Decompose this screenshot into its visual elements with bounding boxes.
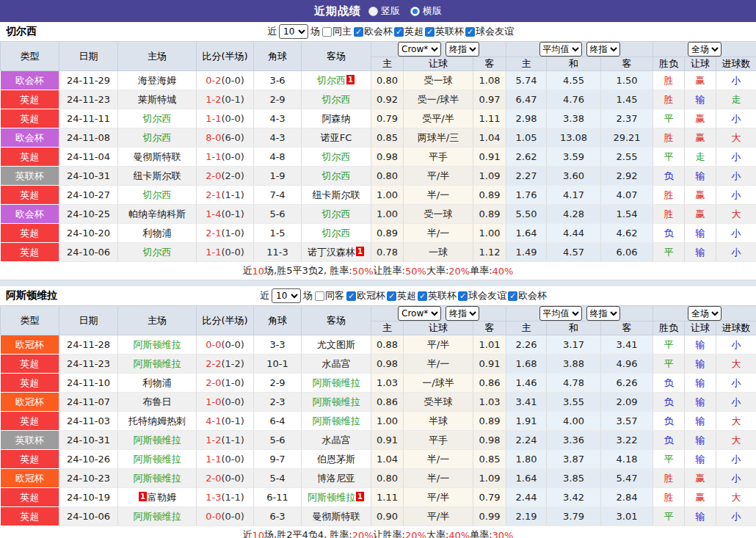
match-row: 英超24-11-23阿斯顿维拉2-2(1-2)10-1水晶宫0.98半/一0.9… xyxy=(1,355,756,374)
away-team-name: 阿斯顿维拉 xyxy=(313,396,360,407)
league-filter[interactable]: 球会友谊 xyxy=(458,289,506,302)
avg-away: 4.62 xyxy=(601,224,653,243)
half-time-score: (2-0) xyxy=(221,170,244,181)
odds-home: 0.78 xyxy=(371,243,404,262)
average-final-select[interactable]: 终指 xyxy=(586,42,620,57)
avg-draw: 13.08 xyxy=(547,128,601,148)
home-team: 利物浦 xyxy=(118,374,197,393)
corner-score: 2-9 xyxy=(254,374,302,393)
home-team-name: 帕纳辛纳科斯 xyxy=(128,208,186,219)
away-team: 水晶宫 xyxy=(302,431,371,450)
same-venue-filter[interactable]: 同客 xyxy=(315,289,344,302)
result-wdl: 平 xyxy=(653,355,685,374)
checkbox-checked-icon[interactable] xyxy=(418,291,427,301)
result-goals: 走 xyxy=(716,90,756,109)
recent-count-select[interactable]: 10 xyxy=(279,24,308,39)
full-time-score: 0-0 xyxy=(206,511,221,522)
col-odds-away: 客 xyxy=(473,57,506,71)
bookmaker-select[interactable]: Crow* xyxy=(398,42,441,57)
checkbox-checked-icon[interactable] xyxy=(354,27,363,37)
checkbox-checked-icon[interactable] xyxy=(387,291,396,301)
checkbox-unchecked-icon[interactable] xyxy=(315,291,324,301)
checkbox-checked-icon[interactable] xyxy=(346,291,356,301)
odds-home: 1.04 xyxy=(371,450,404,469)
odds-away: 0.89 xyxy=(473,186,506,205)
checkbox-checked-icon[interactable] xyxy=(465,27,475,37)
avg-draw: 3.85 xyxy=(547,469,601,488)
odds-away: 0.91 xyxy=(473,148,506,167)
league-filter[interactable]: 英超 xyxy=(394,25,424,38)
average-select[interactable]: 平均值 xyxy=(539,42,582,57)
half-time-score: (0-0) xyxy=(221,247,244,258)
full-time-score: 1-3 xyxy=(206,492,221,503)
league-filter-label: 欧会杯 xyxy=(518,289,547,302)
league-filter-label: 球会友谊 xyxy=(476,25,514,38)
odds-away: 1.12 xyxy=(473,243,506,262)
score: 2-0(2-0) xyxy=(197,167,254,186)
odds-away: 1.09 xyxy=(473,167,506,186)
corner-score: 4-3 xyxy=(254,109,302,128)
match-date: 24-11-07 xyxy=(59,393,118,412)
recent-count-select[interactable]: 10 xyxy=(272,288,301,303)
match-row: 英超24-10-191富勒姆1-3(1-1)6-11阿斯顿维拉11.11平/半0… xyxy=(1,488,756,507)
average-final-select[interactable]: 终指 xyxy=(586,306,620,321)
final-odds-select[interactable]: 终指 xyxy=(446,42,479,57)
odds-away: 1.03 xyxy=(473,393,506,412)
avg-away: 3.41 xyxy=(601,335,653,355)
full-match-select[interactable]: 全场 xyxy=(688,42,722,57)
league-filter[interactable]: 球会友谊 xyxy=(465,25,514,38)
match-date: 24-10-27 xyxy=(59,186,118,205)
match-date: 24-10-26 xyxy=(59,450,118,469)
result-handicap: 输 xyxy=(685,335,716,355)
avg-away: 29.21 xyxy=(601,128,653,148)
half-time-score: (0-1) xyxy=(221,208,244,219)
checkbox-checked-icon[interactable] xyxy=(458,291,468,301)
checkbox-unchecked-icon[interactable] xyxy=(322,27,332,37)
radio-vertical-layout[interactable]: 竖版 xyxy=(368,4,400,18)
match-row: 欧冠杯24-11-07布鲁日1-0(0-0)2-3阿斯顿维拉0.86受半球1.0… xyxy=(1,393,756,412)
away-team: 水晶宫 xyxy=(302,355,371,374)
corner-score: 3-3 xyxy=(254,335,302,355)
league-badge: 英联杯 xyxy=(1,167,59,186)
avg-draw: 4.76 xyxy=(547,90,601,109)
radio-checked-icon[interactable] xyxy=(410,7,420,16)
odds-away: 1.00 xyxy=(473,224,506,243)
average-select[interactable]: 平均值 xyxy=(539,306,582,321)
bookmaker-select[interactable]: Crow* xyxy=(398,306,441,321)
league-filter[interactable]: 英联杯 xyxy=(425,25,464,38)
league-filter[interactable]: 英超 xyxy=(387,289,416,302)
half-time-score: (0-1) xyxy=(221,94,244,105)
match-date: 24-10-19 xyxy=(59,488,118,507)
avg-draw: 4.17 xyxy=(547,186,601,205)
checkbox-checked-icon[interactable] xyxy=(508,291,517,301)
match-row: 英联杯24-10-31阿斯顿维拉1-2(1-1)5-6水晶宫0.91平手0.98… xyxy=(1,431,756,450)
away-team: 曼彻斯特联 xyxy=(302,507,371,526)
radio-horizontal-layout[interactable]: 横版 xyxy=(410,4,442,18)
league-filter[interactable]: 欧会杯 xyxy=(354,25,393,38)
final-odds-select[interactable]: 终指 xyxy=(446,306,479,321)
result-handicap: 输 xyxy=(685,450,716,469)
league-filter[interactable]: 英联杯 xyxy=(418,289,457,302)
checkbox-checked-icon[interactable] xyxy=(425,27,435,37)
col-away: 客场 xyxy=(302,42,371,71)
result-handicap: 输 xyxy=(685,167,716,186)
summary-segment: 20% xyxy=(448,266,470,277)
corner-score: 4-3 xyxy=(254,128,302,148)
odds-home: 0.80 xyxy=(371,71,404,90)
col-date: 日期 xyxy=(59,306,118,335)
league-filter[interactable]: 欧会杯 xyxy=(508,289,547,302)
red-card-badge: 1 xyxy=(346,75,355,84)
same-venue-filter[interactable]: 同主 xyxy=(322,25,352,38)
avg-home: 1.49 xyxy=(506,243,547,262)
checkbox-checked-icon[interactable] xyxy=(394,27,404,37)
team-name-title: 切尔西 xyxy=(0,25,37,38)
away-team-name: 切尔西 xyxy=(317,75,346,86)
odds-away: 0.99 xyxy=(473,507,506,526)
avg-draw: 3.17 xyxy=(547,335,601,355)
full-match-select[interactable]: 全场 xyxy=(688,306,722,321)
full-time-score: 2-0 xyxy=(206,473,221,484)
league-filter[interactable]: 欧冠杯 xyxy=(346,289,385,302)
radio-unchecked-icon[interactable] xyxy=(368,7,378,16)
col-home: 主场 xyxy=(118,306,197,335)
result-goals: 小 xyxy=(716,109,756,128)
